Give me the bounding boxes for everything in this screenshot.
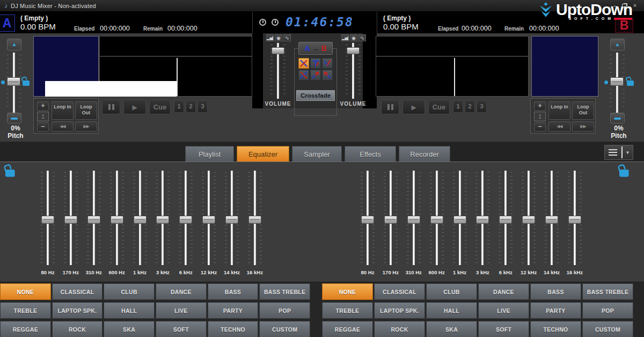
preset-reggae-button[interactable]: REGGAE <box>0 321 51 337</box>
preset-dance-button[interactable]: DANCE <box>478 283 529 300</box>
preset-classical-button[interactable]: CLASSICAL <box>374 283 425 300</box>
deck-a-volume-slider[interactable] <box>269 43 287 99</box>
loop-increase-button[interactable]: + <box>37 101 49 111</box>
eq-slider[interactable] <box>108 171 126 265</box>
eq-slider-handle[interactable] <box>179 216 192 224</box>
eq-slider-handle[interactable] <box>522 216 535 224</box>
hotcue-2-button[interactable]: 2 <box>186 100 196 113</box>
eq-slider-handle[interactable] <box>111 216 123 224</box>
pitch-lock-icon[interactable] <box>627 80 634 86</box>
preset-pop-button[interactable]: POP <box>582 302 633 319</box>
preset-custom-button[interactable]: CUSTOM <box>582 321 633 337</box>
preset-ska-button[interactable]: SKA <box>104 321 155 337</box>
preset-party-button[interactable]: PARTY <box>530 302 581 319</box>
tab-playlist[interactable]: Playlist <box>185 146 234 162</box>
rewind-button[interactable]: ◀◀ <box>548 121 570 131</box>
preset-classical-button[interactable]: CLASSICAL <box>52 283 103 300</box>
loop-in-button[interactable]: Loop In <box>52 101 74 120</box>
eq-slider[interactable] <box>62 171 80 265</box>
eq-slider-handle[interactable] <box>87 216 100 224</box>
deck-b-volume-slider[interactable] <box>345 43 362 99</box>
fast-forward-button[interactable]: ▶▶ <box>572 121 594 131</box>
preset-dance-button[interactable]: DANCE <box>156 283 207 300</box>
preset-techno-button[interactable]: TECHNO <box>530 321 581 337</box>
wave-view-button[interactable]: ∿ <box>358 34 366 41</box>
play-button[interactable]: ▶ <box>402 100 425 114</box>
play-button[interactable]: ▶ <box>123 100 146 114</box>
tab-recorder[interactable]: Recorder <box>399 146 450 162</box>
loop-decrease-button[interactable]: − <box>534 122 546 131</box>
preset-bass-treble-button[interactable]: BASS TREBLE <box>582 283 633 300</box>
clock-icon[interactable] <box>259 19 266 26</box>
eq-slider[interactable] <box>200 171 218 265</box>
preset-live-button[interactable]: LIVE <box>478 302 529 319</box>
wave-view-button[interactable]: ∿ <box>283 34 291 41</box>
crossfade-curve-step-button[interactable] <box>310 58 321 69</box>
eq-slider-handle[interactable] <box>476 216 489 224</box>
crossfade-curve-x2-button[interactable] <box>298 70 309 80</box>
preset-soft-button[interactable]: SOFT <box>156 321 207 337</box>
eq-slider[interactable] <box>405 171 423 265</box>
eq-slider-handle[interactable] <box>453 216 466 224</box>
eq-slider[interactable] <box>39 171 57 265</box>
eq-slider-handle[interactable] <box>545 216 558 224</box>
preset-rock-button[interactable]: ROCK <box>374 321 425 337</box>
stopwatch-icon[interactable] <box>272 19 279 26</box>
preset-techno-button[interactable]: TECHNO <box>208 321 259 337</box>
fade-a-to-b-button[interactable]: A → B <box>298 42 333 55</box>
preset-reggae-button[interactable]: REGGAE <box>322 321 373 337</box>
preset-bass-button[interactable]: BASS <box>530 283 581 300</box>
eq-slider[interactable] <box>496 171 515 265</box>
hotcue-1-button[interactable]: 1 <box>174 100 184 113</box>
eq-slider-handle[interactable] <box>499 216 512 224</box>
preset-bass-button[interactable]: BASS <box>208 283 259 300</box>
crossfade-curve-fall-button[interactable] <box>322 70 333 80</box>
eq-a-lock-icon[interactable] <box>5 170 15 177</box>
crossfade-curve-v-button[interactable] <box>322 58 333 69</box>
hotcue-3-button[interactable]: 3 <box>197 100 208 113</box>
preset-treble-button[interactable]: TREBLE <box>322 302 373 319</box>
knob-view-button[interactable]: ◉ <box>275 34 282 41</box>
eq-slider-handle[interactable] <box>64 216 77 224</box>
pause-button[interactable] <box>381 100 399 114</box>
tab-equalizer[interactable]: Equalizer <box>237 146 289 162</box>
eq-slider[interactable] <box>153 171 172 265</box>
pitch-reset-button[interactable] <box>7 113 21 123</box>
eq-slider[interactable] <box>223 171 241 265</box>
pitch-slider-handle[interactable] <box>7 77 20 86</box>
eq-slider-handle[interactable] <box>361 216 374 224</box>
preset-hall-button[interactable]: HALL <box>426 302 477 319</box>
deck-b-pitch-slider[interactable] <box>609 53 626 113</box>
cue-button[interactable]: Cue <box>149 100 171 114</box>
loop-decrease-button[interactable]: − <box>37 122 49 131</box>
eq-b-lock-icon[interactable] <box>619 170 629 177</box>
volume-slider-handle[interactable] <box>272 47 284 54</box>
preset-treble-button[interactable]: TREBLE <box>0 302 51 319</box>
loop-increase-button[interactable]: + <box>534 101 546 111</box>
preset-pop-button[interactable]: POP <box>259 302 310 319</box>
preset-laptop-spk-button[interactable]: LAPTOP SPK. <box>374 302 425 319</box>
preset-club-button[interactable]: CLUB <box>426 283 477 300</box>
pitch-reset-button[interactable] <box>610 113 625 123</box>
preset-none-button[interactable]: NONE <box>322 283 373 300</box>
playlist-view-button[interactable]: ▼ <box>604 145 633 160</box>
eq-slider-handle[interactable] <box>430 216 443 224</box>
loop-out-button[interactable]: Loop Out <box>572 101 594 120</box>
preset-party-button[interactable]: PARTY <box>208 302 259 319</box>
pitch-lock-icon[interactable] <box>23 80 30 86</box>
eq-slider[interactable] <box>382 171 400 265</box>
loop-out-button[interactable]: Loop Out <box>75 101 97 120</box>
eq-slider[interactable] <box>85 171 103 265</box>
knob-view-button[interactable]: ◉ <box>350 34 357 41</box>
pitch-slider-handle[interactable] <box>610 77 624 86</box>
pitch-up-button[interactable]: ▲ <box>7 39 21 50</box>
cue-button[interactable]: Cue <box>428 100 450 114</box>
eq-slider[interactable] <box>177 171 195 265</box>
fast-forward-button[interactable]: ▶▶ <box>75 121 97 131</box>
eq-slider-handle[interactable] <box>156 216 169 224</box>
eq-slider[interactable] <box>473 171 492 265</box>
tab-sampler[interactable]: Sampler <box>292 146 342 162</box>
preset-club-button[interactable]: CLUB <box>104 283 155 300</box>
eq-slider-handle[interactable] <box>41 216 54 224</box>
preset-bass-treble-button[interactable]: BASS TREBLE <box>259 283 310 300</box>
